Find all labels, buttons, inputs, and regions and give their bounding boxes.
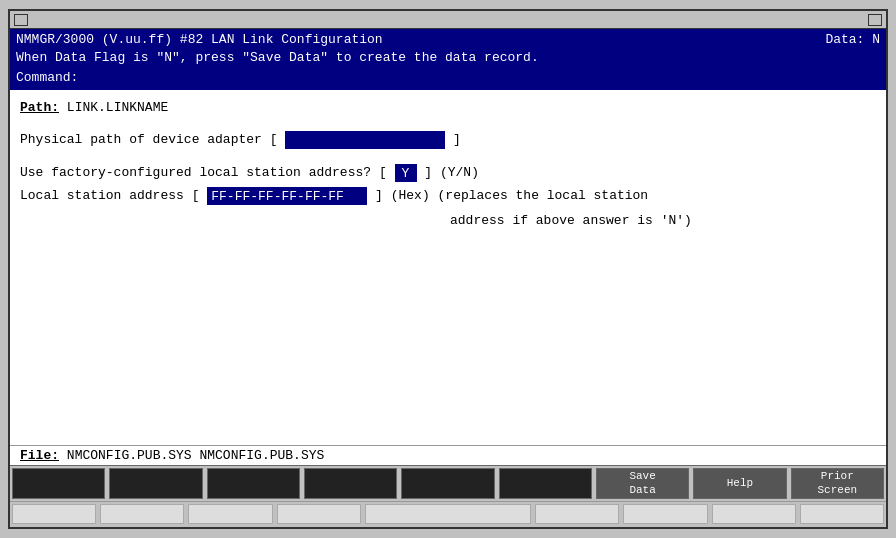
fn-btn-2[interactable] [109, 468, 202, 499]
fn-btn-bottom-3[interactable] [188, 504, 272, 524]
fn-btn-bottom-9[interactable] [800, 504, 884, 524]
fn-btn-3[interactable] [207, 468, 300, 499]
title-bar [10, 11, 886, 29]
physical-path-input[interactable] [285, 131, 445, 149]
fn-btn-help[interactable]: Help [693, 468, 786, 499]
factory-bracket-close: ] [424, 165, 432, 180]
physical-path-label: Physical path of device adapter [20, 132, 270, 147]
path-line: Path: LINK.LINKNAME [20, 98, 876, 119]
header-bar: NMMGR/3000 (V.uu.ff) #82 LAN Link Config… [10, 29, 886, 90]
fn-btn-bottom-2[interactable] [100, 504, 184, 524]
local-station-bracket-open: [ [192, 188, 200, 203]
file-value: NMCONFIG.PUB.SYS [67, 448, 192, 463]
local-station-label: Local station address [20, 188, 192, 203]
fn-btn-5[interactable] [401, 468, 494, 499]
header-title-line: NMMGR/3000 (V.uu.ff) #82 LAN Link Config… [16, 31, 880, 49]
command-line: Command: [16, 69, 880, 87]
function-bar-top: SaveData Help PriorScreen [10, 465, 886, 501]
fn-btn-4[interactable] [304, 468, 397, 499]
title-bar-system-button[interactable] [14, 14, 28, 26]
local-station-input[interactable]: FF-FF-FF-FF-FF-FF [207, 187, 367, 205]
app-title: NMMGR/3000 (V.uu.ff) #82 LAN Link Config… [16, 31, 383, 49]
physical-path-bracket-open: [ [270, 132, 278, 147]
data-flag: Data: N [825, 31, 880, 49]
station-row: Local station address [ FF-FF-FF-FF-FF-F… [20, 186, 876, 207]
fn-btn-6[interactable] [499, 468, 592, 499]
fn-btn-1[interactable] [12, 468, 105, 499]
local-station-note2: address if above answer is 'N') [450, 213, 692, 228]
file-label: File: [20, 448, 59, 463]
fn-btn-save-data[interactable]: SaveData [596, 468, 689, 499]
main-content: Path: LINK.LINKNAME Physical path of dev… [10, 90, 886, 445]
physical-path-bracket-close: ] [453, 132, 461, 147]
fn-btn-bottom-4[interactable] [277, 504, 361, 524]
main-window: NMMGR/3000 (V.uu.ff) #82 LAN Link Config… [8, 9, 888, 529]
factory-bracket-open: [ [379, 165, 387, 180]
fn-btn-prior-screen[interactable]: PriorScreen [791, 468, 884, 499]
factory-row: Use factory-configured local station add… [20, 163, 876, 184]
function-bar-bottom [10, 501, 886, 527]
local-station-bracket-close: ] [375, 188, 383, 203]
fn-btn-bottom-6[interactable] [535, 504, 619, 524]
fn-btn-bottom-1[interactable] [12, 504, 96, 524]
fn-btn-bottom-8[interactable] [712, 504, 796, 524]
fn-btn-bottom-7[interactable] [623, 504, 707, 524]
station-row-continuation: address if above answer is 'N') [20, 211, 876, 232]
fn-btn-bottom-5[interactable] [365, 504, 531, 524]
physical-path-row: Physical path of device adapter [ ] [20, 130, 876, 151]
title-bar-left [14, 14, 28, 26]
path-label: Path: [20, 100, 59, 115]
title-bar-maximize-button[interactable] [868, 14, 882, 26]
factory-label: Use factory-configured local station add… [20, 165, 371, 180]
factory-value[interactable]: Y [395, 164, 417, 182]
footer-file: File: NMCONFIG.PUB.SYS NMCONFIG.PUB.SYS [10, 445, 886, 465]
header-subtitle: When Data Flag is "N", press "Save Data"… [16, 49, 880, 67]
